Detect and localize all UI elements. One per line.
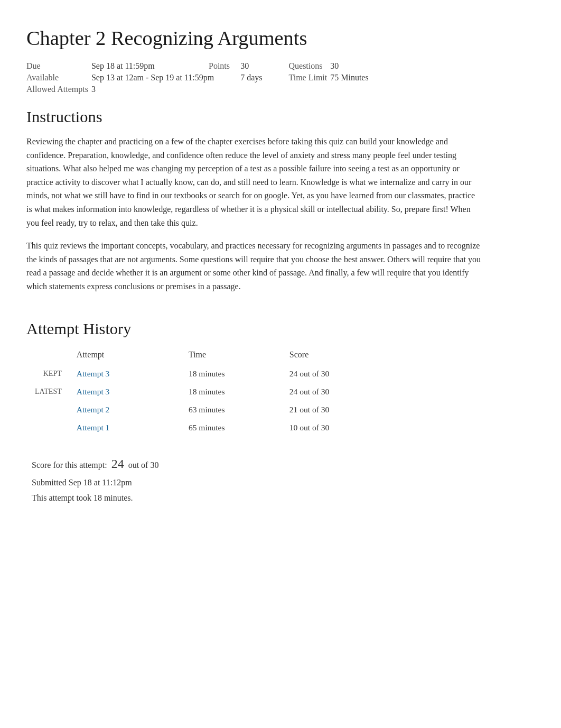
attempt-history-section: Attempt History Attempt Time Score KEPTA… bbox=[26, 320, 535, 506]
available-value: Sep 13 at 12am - Sep 19 at 11:59pm bbox=[91, 72, 240, 84]
attempt-history-table: Attempt Time Score KEPTAttempt 318 minut… bbox=[26, 347, 396, 437]
table-row: Attempt 263 minutes21 out of 30 bbox=[26, 401, 396, 419]
table-row: Attempt 165 minutes10 out of 30 bbox=[26, 419, 396, 437]
attempt-score: 24 out of 30 bbox=[284, 365, 396, 383]
attempt-link-cell[interactable]: Attempt 3 bbox=[71, 383, 183, 401]
attempt-link[interactable]: Attempt 1 bbox=[77, 423, 110, 432]
attempt-tag: LATEST bbox=[26, 383, 71, 401]
instructions-paragraph-2: This quiz reviews the important concepts… bbox=[26, 239, 481, 293]
quiz-meta-table: Due Sep 18 at 11:59pm Points 30 Question… bbox=[26, 60, 395, 95]
attempt-history-title: Attempt History bbox=[26, 320, 535, 338]
instructions-title: Instructions bbox=[26, 108, 535, 126]
due-value: Sep 18 at 11:59pm bbox=[91, 60, 209, 72]
questions-label: Questions bbox=[288, 60, 330, 72]
score-line: Score for this attempt: 24 out of 30 bbox=[32, 453, 535, 475]
score-value: 24 bbox=[111, 457, 124, 471]
attempt-time: 18 minutes bbox=[183, 383, 284, 401]
attempt-link-cell[interactable]: Attempt 1 bbox=[71, 419, 183, 437]
due-label: Due bbox=[26, 60, 91, 72]
col-header-score: Score bbox=[284, 347, 396, 365]
attempt-time: 63 minutes bbox=[183, 401, 284, 419]
attempt-tag: KEPT bbox=[26, 365, 71, 383]
table-row: KEPTAttempt 318 minutes24 out of 30 bbox=[26, 365, 396, 383]
allowed-attempts-value: 3 bbox=[91, 84, 209, 95]
col-header-attempt: Attempt bbox=[71, 347, 183, 365]
attempt-tag bbox=[26, 401, 71, 419]
submitted-line: Submitted Sep 18 at 11:12pm bbox=[32, 475, 535, 491]
attempt-link-cell[interactable]: Attempt 3 bbox=[71, 365, 183, 383]
questions-value: 30 bbox=[330, 60, 395, 72]
attempt-link[interactable]: Attempt 3 bbox=[77, 387, 110, 396]
attempt-link[interactable]: Attempt 2 bbox=[77, 405, 110, 414]
points-value: 30 bbox=[240, 60, 288, 72]
time-limit-value: 75 Minutes bbox=[330, 72, 395, 84]
available-label: Available bbox=[26, 72, 91, 84]
available-sub: 7 days bbox=[240, 72, 288, 84]
attempt-time: 18 minutes bbox=[183, 365, 284, 383]
table-row: LATESTAttempt 318 minutes24 out of 30 bbox=[26, 383, 396, 401]
time-limit-label: Time Limit bbox=[288, 72, 330, 84]
score-section: Score for this attempt: 24 out of 30 Sub… bbox=[26, 453, 535, 506]
score-label: Score for this attempt: bbox=[32, 460, 107, 469]
page-title: Chapter 2 Recognizing Arguments bbox=[26, 26, 535, 50]
col-header-tag bbox=[26, 347, 71, 365]
instructions-paragraph-1: Reviewing the chapter and practicing on … bbox=[26, 135, 481, 229]
attempt-score: 24 out of 30 bbox=[284, 383, 396, 401]
allowed-attempts-label: Allowed Attempts bbox=[26, 84, 91, 95]
attempt-tag bbox=[26, 419, 71, 437]
attempt-link[interactable]: Attempt 3 bbox=[77, 369, 110, 378]
attempt-time: 65 minutes bbox=[183, 419, 284, 437]
attempt-link-cell[interactable]: Attempt 2 bbox=[71, 401, 183, 419]
attempt-score: 10 out of 30 bbox=[284, 419, 396, 437]
attempt-score: 21 out of 30 bbox=[284, 401, 396, 419]
points-label: Points bbox=[209, 60, 240, 72]
col-header-time: Time bbox=[183, 347, 284, 365]
duration-line: This attempt took 18 minutes. bbox=[32, 491, 535, 506]
score-out-of: out of 30 bbox=[128, 460, 159, 469]
